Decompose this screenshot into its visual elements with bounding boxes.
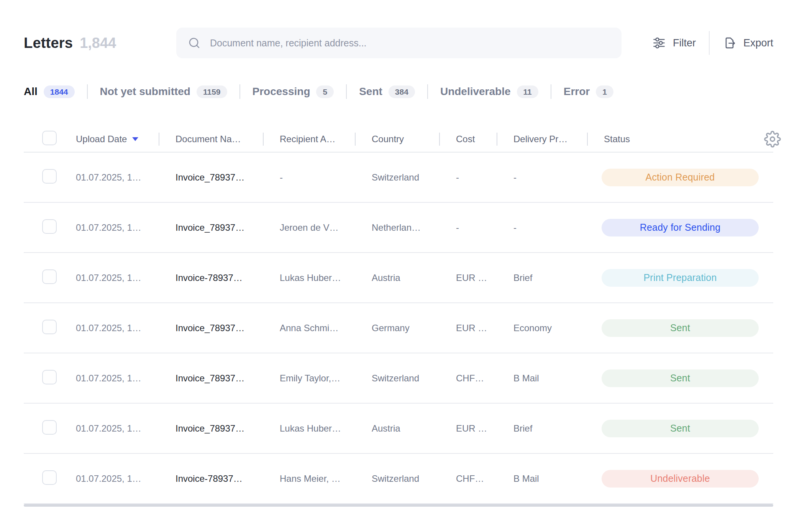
cost-cell: EUR …: [439, 423, 497, 434]
recipient-cell: Lukas Huber…: [263, 273, 355, 283]
upload-date-cell: 01.07.2025, 1…: [76, 273, 159, 283]
tab-separator: [551, 84, 551, 99]
cost-cell: CHF…: [439, 473, 497, 484]
country-cell: Austria: [355, 423, 439, 434]
tab-undeliverable[interactable]: Undeliverable 11: [440, 85, 538, 98]
upload-date-cell: 01.07.2025, 1…: [76, 172, 159, 183]
header-actions: Filter Export: [652, 31, 773, 55]
table-row[interactable]: 01.07.2025, 1… Invoice-78937… Hans Meier…: [24, 454, 773, 504]
table-settings-button[interactable]: [764, 131, 781, 148]
tab-label: All: [24, 85, 38, 98]
table-row[interactable]: 01.07.2025, 1… Invoice_78937… Jeroen de …: [24, 203, 773, 253]
delivery-product-cell: -: [497, 172, 587, 183]
delivery-product-cell: B Mail: [497, 473, 587, 484]
column-cost: Cost: [439, 134, 497, 144]
search-icon: [188, 36, 201, 49]
status-badge: Sent: [602, 420, 759, 437]
cost-cell: EUR …: [439, 273, 497, 283]
row-checkbox-cell: [24, 219, 76, 236]
table-row[interactable]: 01.07.2025, 1… Invoice-78937… Lukas Hube…: [24, 253, 773, 303]
cost-cell: -: [439, 222, 497, 233]
tab-separator: [87, 84, 88, 99]
table-row[interactable]: 01.07.2025, 1… Invoice_78937… Lukas Hube…: [24, 404, 773, 454]
status-cell: Action Required: [587, 169, 773, 186]
letters-page: Letters 1,844 Filter: [0, 0, 797, 532]
status-cell: Undeliverable: [587, 470, 773, 488]
upload-date-cell: 01.07.2025, 1…: [76, 323, 159, 333]
country-cell: Austria: [355, 273, 439, 283]
document-name-cell: Invoice_78937…: [159, 373, 263, 384]
status-badge: Sent: [602, 369, 759, 387]
document-name-cell: Invoice_78937…: [159, 323, 263, 333]
table-header: Upload Date Document Na… Recipient A… Co…: [24, 126, 773, 153]
page-title: Letters: [24, 35, 73, 51]
row-checkbox[interactable]: [42, 269, 57, 284]
row-checkbox-cell: [24, 269, 76, 286]
status-badge: Sent: [602, 319, 759, 337]
table-row[interactable]: 01.07.2025, 1… Invoice_78937… Anna Schmi…: [24, 303, 773, 353]
title-wrap: Letters 1,844: [24, 35, 176, 51]
delivery-product-cell: Economy: [497, 323, 587, 333]
tab-separator: [427, 84, 428, 99]
recipient-cell: Jeroen de V…: [263, 222, 355, 233]
recipient-cell: -: [263, 172, 355, 183]
tab-label: Not yet submitted: [100, 85, 190, 98]
table-row[interactable]: 01.07.2025, 1… Invoice_78937… - Switzerl…: [24, 153, 773, 203]
status-badge: Action Required: [602, 169, 759, 186]
row-checkbox[interactable]: [42, 470, 57, 485]
row-checkbox[interactable]: [42, 169, 57, 184]
row-checkbox[interactable]: [42, 370, 57, 384]
sort-upload-date-button[interactable]: Upload Date: [76, 134, 138, 144]
recipient-cell: Emily Taylor,…: [263, 373, 355, 384]
country-cell: Switzerland: [355, 172, 439, 183]
recipient-cell: Anna Schmi…: [263, 323, 355, 333]
status-badge: Print Preparation: [602, 269, 759, 287]
document-name-cell: Invoice_78937…: [159, 423, 263, 434]
delivery-product-cell: -: [497, 222, 587, 233]
page-total-count: 1,844: [80, 35, 116, 51]
tab-label: Processing: [253, 85, 310, 98]
status-badge: Undeliverable: [602, 470, 759, 488]
cost-cell: CHF…: [439, 373, 497, 384]
status-cell: Sent: [587, 319, 773, 337]
tab-label: Error: [564, 85, 590, 98]
row-checkbox-cell: [24, 169, 76, 186]
export-button[interactable]: Export: [723, 36, 773, 50]
row-checkbox[interactable]: [42, 420, 57, 435]
row-checkbox[interactable]: [42, 219, 57, 234]
row-checkbox-cell: [24, 320, 76, 337]
gear-icon: [764, 131, 781, 148]
topbar: Letters 1,844 Filter: [24, 28, 773, 58]
tab-error[interactable]: Error 1: [564, 85, 613, 98]
tab-count-badge: 1844: [44, 85, 75, 98]
tab-separator: [346, 84, 347, 99]
tab-not-yet-submitted[interactable]: Not yet submitted 1159: [100, 85, 227, 98]
actions-divider: [709, 31, 710, 55]
filter-label: Filter: [673, 37, 696, 49]
row-checkbox[interactable]: [42, 320, 57, 334]
status-tabs: All 1844 Not yet submitted 1159 Processi…: [24, 84, 773, 99]
tab-sent[interactable]: Sent 384: [359, 85, 415, 98]
row-checkbox-cell: [24, 470, 76, 487]
upload-date-cell: 01.07.2025, 1…: [76, 473, 159, 484]
tab-processing[interactable]: Processing 5: [253, 85, 334, 98]
upload-date-cell: 01.07.2025, 1…: [76, 222, 159, 233]
recipient-cell: Lukas Huber…: [263, 423, 355, 434]
table-row[interactable]: 01.07.2025, 1… Invoice_78937… Emily Tayl…: [24, 353, 773, 404]
status-cell: Sent: [587, 420, 773, 437]
header-checkbox-cell: [24, 131, 76, 148]
tab-label: Sent: [359, 85, 382, 98]
filter-button[interactable]: Filter: [652, 36, 696, 50]
search-input[interactable]: [209, 37, 610, 49]
sort-desc-icon: [132, 137, 138, 141]
column-document-name: Document Na…: [159, 134, 263, 144]
search-bar[interactable]: [176, 28, 622, 58]
column-country: Country: [355, 134, 439, 144]
document-name-cell: Invoice-78937…: [159, 273, 263, 283]
tab-separator: [239, 84, 240, 99]
horizontal-scrollbar[interactable]: [24, 504, 773, 507]
column-status: Status: [587, 134, 773, 144]
select-all-checkbox[interactable]: [42, 131, 57, 145]
tab-all[interactable]: All 1844: [24, 85, 75, 98]
column-delivery-product: Delivery Pr…: [497, 134, 587, 144]
